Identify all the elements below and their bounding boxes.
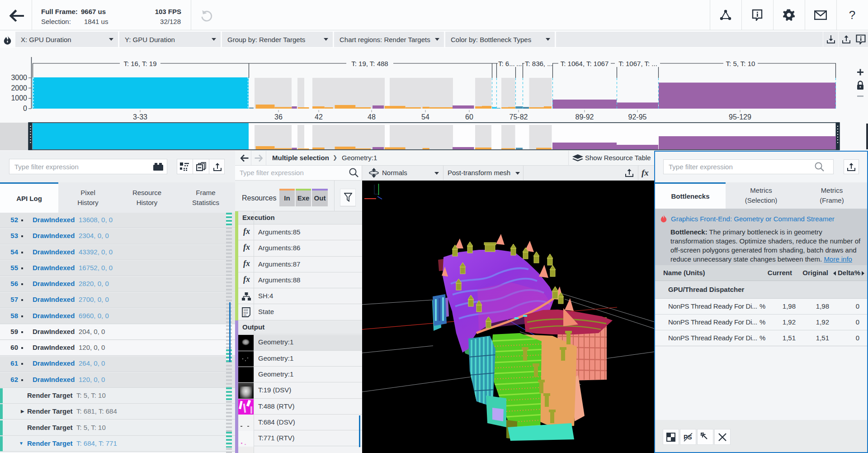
svg-text:60: 60 [465, 113, 473, 121]
svg-text:T: 5, T: 10: T: 5, T: 10 [726, 60, 755, 67]
svg-text:54: 54 [421, 113, 429, 121]
svg-text:75-82: 75-82 [509, 113, 528, 121]
svg-text:95-129: 95-129 [729, 113, 751, 121]
svg-text:92-95: 92-95 [628, 113, 647, 121]
svg-text:2000: 2000 [11, 84, 27, 92]
svg-text:1000: 1000 [11, 94, 27, 102]
svg-text:T: 16, T: 19: T: 16, T: 19 [123, 60, 156, 67]
svg-text:11: 11 [244, 314, 247, 317]
svg-text:...: ... [516, 60, 522, 67]
svg-text:3-33: 3-33 [133, 113, 147, 121]
svg-text:89-92: 89-92 [576, 113, 594, 121]
svg-text:36: 36 [274, 113, 283, 121]
svg-text:T: 1067, T: ...: T: 1067, T: ... [618, 60, 657, 67]
svg-text:T: 19, T: 488: T: 19, T: 488 [351, 60, 388, 67]
svg-text:T: 836, ...: T: 836, ... [525, 60, 553, 67]
svg-text:0: 0 [23, 105, 27, 112]
svg-text:48: 48 [368, 113, 376, 121]
svg-text:T: 6...: T: 6... [498, 60, 515, 67]
svg-text:3000: 3000 [11, 74, 27, 81]
svg-text:T: 1064, T: 1067: T: 1064, T: 1067 [561, 60, 609, 67]
svg-text:42: 42 [315, 113, 323, 121]
